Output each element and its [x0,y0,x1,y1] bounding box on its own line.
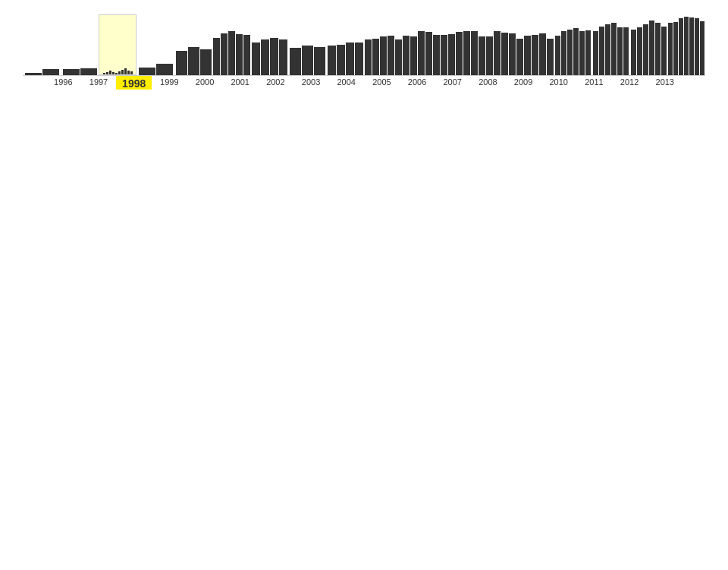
year-label-1996[interactable]: 1996 [46,76,81,90]
page-wrap: 1996199719981999200020012002200320042005… [0,0,728,111]
year-col-2002[interactable] [250,14,288,75]
year-bar-wrap [288,14,326,75]
year-bar-wrap [174,14,212,75]
year-label-2011[interactable]: 2011 [576,76,612,90]
year-col-2000[interactable] [174,14,212,75]
year-bar-wrap [554,14,592,75]
year-label-2003[interactable]: 2003 [293,76,329,90]
year-bar-wrap [136,14,174,75]
year-label-2013[interactable]: 2013 [647,76,682,90]
year-bar-wrap [516,14,554,75]
year-col-1997[interactable] [61,14,99,75]
year-chart: 1996199719981999200020012002200320042005… [0,0,728,90]
year-col-2007[interactable] [440,14,478,75]
year-bar-wrap [402,14,440,75]
year-bar-wrap [364,14,402,75]
year-col-2012[interactable] [629,14,667,75]
year-col-2011[interactable] [592,14,629,75]
year-label-1997[interactable]: 1997 [81,76,117,90]
year-bar-wrap [478,14,516,75]
year-col-2013[interactable] [667,14,705,75]
year-label-1998[interactable]: 1998 [116,76,152,90]
year-bar-wrap [250,14,288,75]
year-col-2003[interactable] [288,14,326,75]
year-col-2005[interactable] [364,14,402,75]
year-label-2000[interactable]: 2000 [187,76,223,90]
year-bar-wrap [99,14,136,75]
year-col-2009[interactable] [516,14,554,75]
year-label-1999[interactable]: 1999 [152,76,187,90]
year-label-2004[interactable]: 2004 [328,76,364,90]
year-col-2006[interactable] [402,14,440,75]
year-bar-wrap [440,14,478,75]
year-label-2002[interactable]: 2002 [258,76,293,90]
year-bar-wrap [61,14,99,75]
bars-container [23,8,705,76]
calendar [0,96,728,111]
year-label-2001[interactable]: 2001 [222,76,258,90]
year-label-2005[interactable]: 2005 [364,76,400,90]
year-col-2008[interactable] [478,14,516,75]
year-col-1998[interactable] [99,14,136,75]
year-label-2009[interactable]: 2009 [506,76,541,90]
year-col-2004[interactable] [326,14,364,75]
year-label-2007[interactable]: 2007 [435,76,470,90]
year-label-2012[interactable]: 2012 [612,76,648,90]
year-col-2001[interactable] [212,14,250,75]
year-bar-wrap [629,14,667,75]
year-bar-wrap [212,14,250,75]
year-bar-wrap [592,14,629,75]
year-bar-wrap [326,14,364,75]
year-label-2010[interactable]: 2010 [541,76,576,90]
year-col-1999[interactable] [136,14,174,75]
year-bar-wrap [667,14,705,75]
year-bar-wrap [23,14,61,75]
year-label-2006[interactable]: 2006 [400,76,435,90]
year-col-1996[interactable] [23,14,61,75]
year-col-2010[interactable] [554,14,592,75]
year-label-2008[interactable]: 2008 [470,76,506,90]
